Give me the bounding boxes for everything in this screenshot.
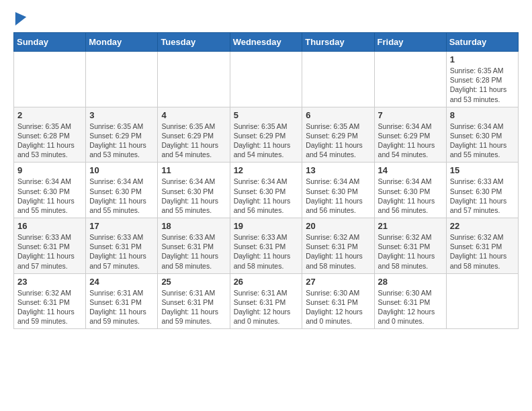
day-number: 16 (17, 221, 82, 231)
calendar-cell: 11Sunrise: 6:34 AM Sunset: 6:30 PM Dayli… (158, 163, 230, 218)
day-of-week-monday: Monday (86, 33, 158, 52)
calendar-cell: 22Sunrise: 6:32 AM Sunset: 6:31 PM Dayli… (446, 218, 518, 274)
day-number: 15 (450, 165, 515, 175)
calendar-cell: 8Sunrise: 6:34 AM Sunset: 6:30 PM Daylig… (446, 107, 518, 163)
calendar-cell: 15Sunrise: 6:33 AM Sunset: 6:30 PM Dayli… (446, 163, 518, 218)
day-info: Sunrise: 6:35 AM Sunset: 6:29 PM Dayligh… (89, 122, 154, 160)
calendar-week-5: 23Sunrise: 6:32 AM Sunset: 6:31 PM Dayli… (14, 273, 519, 329)
day-number: 19 (234, 221, 299, 231)
calendar-cell: 27Sunrise: 6:30 AM Sunset: 6:31 PM Dayli… (302, 273, 374, 329)
day-number: 24 (89, 277, 154, 287)
day-number: 14 (378, 165, 443, 175)
day-number: 8 (450, 110, 515, 120)
day-info: Sunrise: 6:33 AM Sunset: 6:31 PM Dayligh… (161, 232, 226, 271)
day-info: Sunrise: 6:35 AM Sunset: 6:29 PM Dayligh… (161, 122, 226, 160)
day-number: 10 (89, 165, 154, 175)
calendar-cell (446, 273, 518, 329)
day-number: 2 (17, 110, 82, 120)
calendar-week-1: 1Sunrise: 6:35 AM Sunset: 6:28 PM Daylig… (14, 52, 519, 107)
calendar-cell: 5Sunrise: 6:35 AM Sunset: 6:29 PM Daylig… (230, 107, 302, 163)
calendar-cell: 4Sunrise: 6:35 AM Sunset: 6:29 PM Daylig… (158, 107, 230, 163)
calendar-cell: 3Sunrise: 6:35 AM Sunset: 6:29 PM Daylig… (86, 107, 158, 163)
day-info: Sunrise: 6:35 AM Sunset: 6:28 PM Dayligh… (450, 66, 515, 104)
day-of-week-tuesday: Tuesday (158, 33, 230, 52)
calendar-header: SundayMondayTuesdayWednesdayThursdayFrid… (14, 33, 519, 52)
day-info: Sunrise: 6:33 AM Sunset: 6:31 PM Dayligh… (89, 232, 154, 271)
day-number: 27 (306, 277, 370, 287)
calendar-cell: 13Sunrise: 6:34 AM Sunset: 6:30 PM Dayli… (302, 163, 374, 218)
day-number: 18 (161, 221, 226, 231)
calendar-cell: 2Sunrise: 6:35 AM Sunset: 6:28 PM Daylig… (14, 107, 86, 163)
calendar-cell: 12Sunrise: 6:34 AM Sunset: 6:30 PM Dayli… (230, 163, 302, 218)
day-number: 11 (161, 165, 226, 175)
day-number: 22 (450, 221, 515, 231)
calendar-cell: 19Sunrise: 6:33 AM Sunset: 6:31 PM Dayli… (230, 218, 302, 274)
day-info: Sunrise: 6:33 AM Sunset: 6:30 PM Dayligh… (450, 177, 515, 215)
day-of-week-saturday: Saturday (446, 33, 518, 52)
day-number: 25 (161, 277, 226, 287)
day-of-week-friday: Friday (374, 33, 446, 52)
day-info: Sunrise: 6:34 AM Sunset: 6:30 PM Dayligh… (378, 177, 443, 215)
calendar-cell (302, 52, 374, 107)
calendar-cell: 28Sunrise: 6:30 AM Sunset: 6:31 PM Dayli… (374, 273, 446, 329)
day-info: Sunrise: 6:30 AM Sunset: 6:31 PM Dayligh… (306, 288, 370, 326)
day-of-week-sunday: Sunday (14, 33, 86, 52)
calendar-week-2: 2Sunrise: 6:35 AM Sunset: 6:28 PM Daylig… (14, 107, 519, 163)
day-info: Sunrise: 6:31 AM Sunset: 6:31 PM Dayligh… (89, 288, 154, 326)
day-info: Sunrise: 6:34 AM Sunset: 6:30 PM Dayligh… (161, 177, 226, 215)
day-number: 20 (306, 221, 370, 231)
day-info: Sunrise: 6:31 AM Sunset: 6:31 PM Dayligh… (234, 288, 299, 326)
logo (13, 13, 27, 26)
calendar-cell: 24Sunrise: 6:31 AM Sunset: 6:31 PM Dayli… (86, 273, 158, 329)
day-number: 9 (17, 165, 82, 175)
calendar-cell: 21Sunrise: 6:32 AM Sunset: 6:31 PM Dayli… (374, 218, 446, 274)
calendar-cell (374, 52, 446, 107)
day-number: 3 (89, 110, 154, 120)
day-number: 1 (450, 54, 515, 64)
calendar-cell: 16Sunrise: 6:33 AM Sunset: 6:31 PM Dayli… (14, 218, 86, 274)
calendar-cell (86, 52, 158, 107)
svg-marker-0 (15, 12, 26, 26)
day-number: 26 (234, 277, 299, 287)
day-info: Sunrise: 6:34 AM Sunset: 6:30 PM Dayligh… (234, 177, 299, 215)
calendar-cell: 14Sunrise: 6:34 AM Sunset: 6:30 PM Dayli… (374, 163, 446, 218)
page-header (13, 13, 519, 26)
day-number: 7 (378, 110, 443, 120)
day-number: 23 (17, 277, 82, 287)
calendar-cell: 18Sunrise: 6:33 AM Sunset: 6:31 PM Dayli… (158, 218, 230, 274)
day-of-week-wednesday: Wednesday (230, 33, 302, 52)
calendar-cell: 6Sunrise: 6:35 AM Sunset: 6:29 PM Daylig… (302, 107, 374, 163)
day-number: 21 (378, 221, 443, 231)
day-of-week-thursday: Thursday (302, 33, 374, 52)
calendar-table: SundayMondayTuesdayWednesdayThursdayFrid… (13, 32, 519, 329)
calendar-cell: 23Sunrise: 6:32 AM Sunset: 6:31 PM Dayli… (14, 273, 86, 329)
day-info: Sunrise: 6:32 AM Sunset: 6:31 PM Dayligh… (450, 232, 515, 271)
calendar-body: 1Sunrise: 6:35 AM Sunset: 6:28 PM Daylig… (14, 52, 519, 329)
day-info: Sunrise: 6:33 AM Sunset: 6:31 PM Dayligh… (234, 232, 299, 271)
calendar-cell: 9Sunrise: 6:34 AM Sunset: 6:30 PM Daylig… (14, 163, 86, 218)
day-number: 4 (161, 110, 226, 120)
calendar-cell (230, 52, 302, 107)
day-info: Sunrise: 6:31 AM Sunset: 6:31 PM Dayligh… (161, 288, 226, 326)
logo-icon (15, 12, 27, 26)
day-info: Sunrise: 6:35 AM Sunset: 6:29 PM Dayligh… (234, 122, 299, 160)
day-info: Sunrise: 6:30 AM Sunset: 6:31 PM Dayligh… (378, 288, 443, 326)
calendar-cell: 20Sunrise: 6:32 AM Sunset: 6:31 PM Dayli… (302, 218, 374, 274)
day-info: Sunrise: 6:34 AM Sunset: 6:30 PM Dayligh… (17, 177, 82, 215)
calendar-week-4: 16Sunrise: 6:33 AM Sunset: 6:31 PM Dayli… (14, 218, 519, 274)
calendar-cell: 7Sunrise: 6:34 AM Sunset: 6:29 PM Daylig… (374, 107, 446, 163)
calendar-cell (158, 52, 230, 107)
day-number: 12 (234, 165, 299, 175)
day-info: Sunrise: 6:32 AM Sunset: 6:31 PM Dayligh… (378, 232, 443, 271)
day-number: 5 (234, 110, 299, 120)
day-number: 13 (306, 165, 370, 175)
day-number: 28 (378, 277, 443, 287)
calendar-week-3: 9Sunrise: 6:34 AM Sunset: 6:30 PM Daylig… (14, 163, 519, 218)
calendar-cell: 25Sunrise: 6:31 AM Sunset: 6:31 PM Dayli… (158, 273, 230, 329)
day-info: Sunrise: 6:32 AM Sunset: 6:31 PM Dayligh… (306, 232, 370, 271)
days-of-week-row: SundayMondayTuesdayWednesdayThursdayFrid… (14, 33, 519, 52)
day-info: Sunrise: 6:34 AM Sunset: 6:30 PM Dayligh… (306, 177, 370, 215)
day-info: Sunrise: 6:34 AM Sunset: 6:29 PM Dayligh… (378, 122, 443, 160)
day-info: Sunrise: 6:34 AM Sunset: 6:30 PM Dayligh… (450, 122, 515, 160)
day-number: 6 (306, 110, 370, 120)
